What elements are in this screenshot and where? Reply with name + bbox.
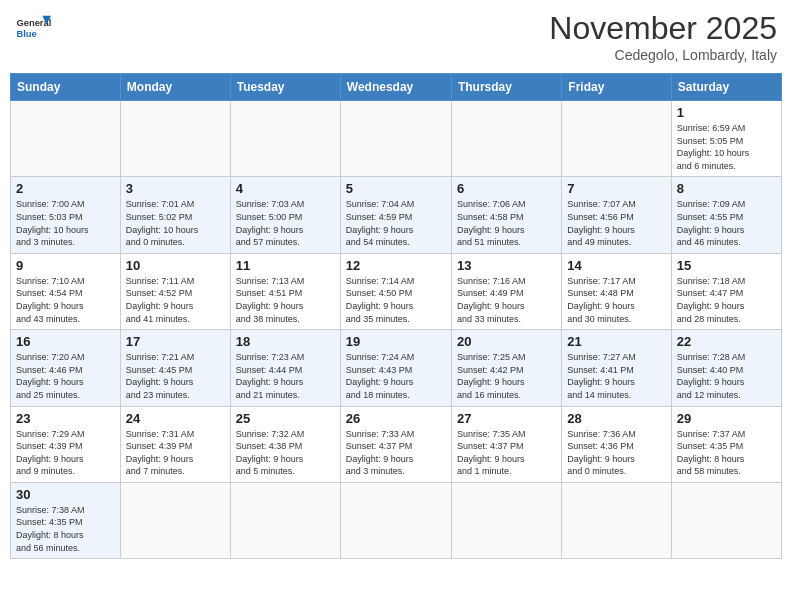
day-number: 22 (677, 334, 776, 349)
calendar-cell (120, 482, 230, 558)
calendar-cell: 24Sunrise: 7:31 AM Sunset: 4:39 PM Dayli… (120, 406, 230, 482)
day-number: 5 (346, 181, 446, 196)
day-number: 28 (567, 411, 665, 426)
day-info: Sunrise: 7:21 AM Sunset: 4:45 PM Dayligh… (126, 351, 225, 401)
calendar-cell: 1Sunrise: 6:59 AM Sunset: 5:05 PM Daylig… (671, 101, 781, 177)
weekday-header-tuesday: Tuesday (230, 74, 340, 101)
day-number: 1 (677, 105, 776, 120)
day-info: Sunrise: 7:09 AM Sunset: 4:55 PM Dayligh… (677, 198, 776, 248)
day-number: 17 (126, 334, 225, 349)
day-info: Sunrise: 7:25 AM Sunset: 4:42 PM Dayligh… (457, 351, 556, 401)
page-header: General Blue November 2025 Cedegolo, Lom… (10, 10, 782, 63)
day-info: Sunrise: 7:07 AM Sunset: 4:56 PM Dayligh… (567, 198, 665, 248)
location-title: Cedegolo, Lombardy, Italy (549, 47, 777, 63)
calendar-cell: 8Sunrise: 7:09 AM Sunset: 4:55 PM Daylig… (671, 177, 781, 253)
calendar-cell: 5Sunrise: 7:04 AM Sunset: 4:59 PM Daylig… (340, 177, 451, 253)
weekday-header-sunday: Sunday (11, 74, 121, 101)
day-number: 10 (126, 258, 225, 273)
day-number: 25 (236, 411, 335, 426)
weekday-header-monday: Monday (120, 74, 230, 101)
calendar-week-row: 1Sunrise: 6:59 AM Sunset: 5:05 PM Daylig… (11, 101, 782, 177)
calendar-cell (562, 101, 671, 177)
calendar-cell: 28Sunrise: 7:36 AM Sunset: 4:36 PM Dayli… (562, 406, 671, 482)
calendar-cell: 19Sunrise: 7:24 AM Sunset: 4:43 PM Dayli… (340, 330, 451, 406)
day-number: 21 (567, 334, 665, 349)
day-info: Sunrise: 7:24 AM Sunset: 4:43 PM Dayligh… (346, 351, 446, 401)
calendar-cell: 25Sunrise: 7:32 AM Sunset: 4:38 PM Dayli… (230, 406, 340, 482)
day-number: 15 (677, 258, 776, 273)
day-number: 23 (16, 411, 115, 426)
day-info: Sunrise: 7:01 AM Sunset: 5:02 PM Dayligh… (126, 198, 225, 248)
calendar-cell: 2Sunrise: 7:00 AM Sunset: 5:03 PM Daylig… (11, 177, 121, 253)
day-info: Sunrise: 7:28 AM Sunset: 4:40 PM Dayligh… (677, 351, 776, 401)
day-number: 9 (16, 258, 115, 273)
calendar-cell: 9Sunrise: 7:10 AM Sunset: 4:54 PM Daylig… (11, 253, 121, 329)
calendar-cell (451, 482, 561, 558)
day-info: Sunrise: 7:00 AM Sunset: 5:03 PM Dayligh… (16, 198, 115, 248)
weekday-header-friday: Friday (562, 74, 671, 101)
day-info: Sunrise: 7:06 AM Sunset: 4:58 PM Dayligh… (457, 198, 556, 248)
day-number: 4 (236, 181, 335, 196)
day-info: Sunrise: 7:04 AM Sunset: 4:59 PM Dayligh… (346, 198, 446, 248)
calendar-cell: 27Sunrise: 7:35 AM Sunset: 4:37 PM Dayli… (451, 406, 561, 482)
calendar-week-row: 16Sunrise: 7:20 AM Sunset: 4:46 PM Dayli… (11, 330, 782, 406)
day-info: Sunrise: 7:18 AM Sunset: 4:47 PM Dayligh… (677, 275, 776, 325)
day-number: 26 (346, 411, 446, 426)
logo-icon: General Blue (15, 10, 51, 46)
calendar-cell: 29Sunrise: 7:37 AM Sunset: 4:35 PM Dayli… (671, 406, 781, 482)
calendar-cell (340, 101, 451, 177)
weekday-header-wednesday: Wednesday (340, 74, 451, 101)
calendar-cell: 30Sunrise: 7:38 AM Sunset: 4:35 PM Dayli… (11, 482, 121, 558)
day-info: Sunrise: 7:13 AM Sunset: 4:51 PM Dayligh… (236, 275, 335, 325)
day-number: 3 (126, 181, 225, 196)
day-number: 8 (677, 181, 776, 196)
calendar-cell: 13Sunrise: 7:16 AM Sunset: 4:49 PM Dayli… (451, 253, 561, 329)
day-number: 18 (236, 334, 335, 349)
day-number: 11 (236, 258, 335, 273)
weekday-header-saturday: Saturday (671, 74, 781, 101)
calendar-week-row: 9Sunrise: 7:10 AM Sunset: 4:54 PM Daylig… (11, 253, 782, 329)
calendar-cell (451, 101, 561, 177)
day-info: Sunrise: 7:20 AM Sunset: 4:46 PM Dayligh… (16, 351, 115, 401)
calendar-cell: 21Sunrise: 7:27 AM Sunset: 4:41 PM Dayli… (562, 330, 671, 406)
title-block: November 2025 Cedegolo, Lombardy, Italy (549, 10, 777, 63)
calendar-cell: 4Sunrise: 7:03 AM Sunset: 5:00 PM Daylig… (230, 177, 340, 253)
calendar-cell (11, 101, 121, 177)
calendar-cell (562, 482, 671, 558)
day-info: Sunrise: 7:35 AM Sunset: 4:37 PM Dayligh… (457, 428, 556, 478)
day-number: 13 (457, 258, 556, 273)
calendar-cell: 12Sunrise: 7:14 AM Sunset: 4:50 PM Dayli… (340, 253, 451, 329)
day-info: Sunrise: 7:36 AM Sunset: 4:36 PM Dayligh… (567, 428, 665, 478)
month-title: November 2025 (549, 10, 777, 47)
calendar-cell (671, 482, 781, 558)
day-info: Sunrise: 6:59 AM Sunset: 5:05 PM Dayligh… (677, 122, 776, 172)
day-info: Sunrise: 7:38 AM Sunset: 4:35 PM Dayligh… (16, 504, 115, 554)
day-info: Sunrise: 7:32 AM Sunset: 4:38 PM Dayligh… (236, 428, 335, 478)
day-info: Sunrise: 7:31 AM Sunset: 4:39 PM Dayligh… (126, 428, 225, 478)
calendar-week-row: 23Sunrise: 7:29 AM Sunset: 4:39 PM Dayli… (11, 406, 782, 482)
day-info: Sunrise: 7:23 AM Sunset: 4:44 PM Dayligh… (236, 351, 335, 401)
calendar-cell (120, 101, 230, 177)
calendar-cell: 17Sunrise: 7:21 AM Sunset: 4:45 PM Dayli… (120, 330, 230, 406)
weekday-header-thursday: Thursday (451, 74, 561, 101)
day-number: 24 (126, 411, 225, 426)
calendar-week-row: 30Sunrise: 7:38 AM Sunset: 4:35 PM Dayli… (11, 482, 782, 558)
day-info: Sunrise: 7:29 AM Sunset: 4:39 PM Dayligh… (16, 428, 115, 478)
svg-text:Blue: Blue (16, 29, 36, 39)
day-number: 14 (567, 258, 665, 273)
calendar-cell (230, 101, 340, 177)
calendar-table: SundayMondayTuesdayWednesdayThursdayFrid… (10, 73, 782, 559)
day-info: Sunrise: 7:17 AM Sunset: 4:48 PM Dayligh… (567, 275, 665, 325)
day-info: Sunrise: 7:27 AM Sunset: 4:41 PM Dayligh… (567, 351, 665, 401)
calendar-cell: 11Sunrise: 7:13 AM Sunset: 4:51 PM Dayli… (230, 253, 340, 329)
day-number: 6 (457, 181, 556, 196)
calendar-cell: 14Sunrise: 7:17 AM Sunset: 4:48 PM Dayli… (562, 253, 671, 329)
calendar-cell: 26Sunrise: 7:33 AM Sunset: 4:37 PM Dayli… (340, 406, 451, 482)
calendar-cell: 10Sunrise: 7:11 AM Sunset: 4:52 PM Dayli… (120, 253, 230, 329)
day-number: 2 (16, 181, 115, 196)
weekday-header-row: SundayMondayTuesdayWednesdayThursdayFrid… (11, 74, 782, 101)
day-info: Sunrise: 7:10 AM Sunset: 4:54 PM Dayligh… (16, 275, 115, 325)
day-number: 7 (567, 181, 665, 196)
day-info: Sunrise: 7:11 AM Sunset: 4:52 PM Dayligh… (126, 275, 225, 325)
calendar-cell: 6Sunrise: 7:06 AM Sunset: 4:58 PM Daylig… (451, 177, 561, 253)
